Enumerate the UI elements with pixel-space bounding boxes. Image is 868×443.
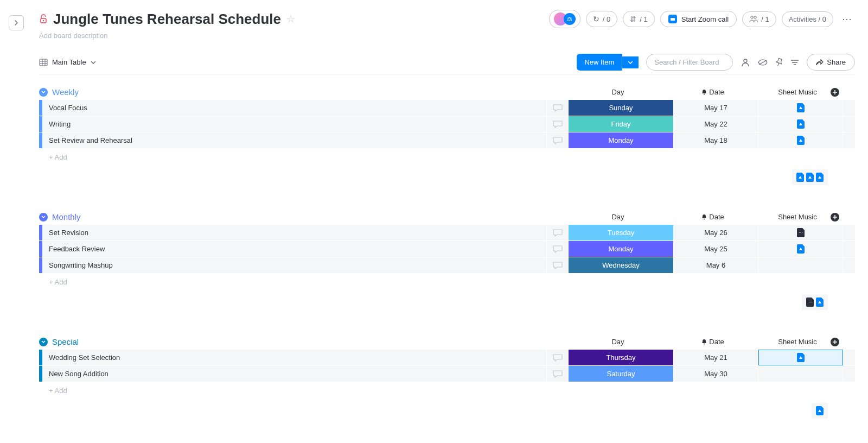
group-footer [39, 403, 855, 419]
file-blue-icon [797, 244, 805, 254]
day-cell[interactable]: Saturday [569, 366, 674, 382]
column-header-date[interactable]: Date [671, 88, 755, 96]
date-cell[interactable]: May 21 [674, 350, 758, 365]
sheet-music-cell[interactable] [758, 350, 843, 365]
sheet-music-cell[interactable]: ⋯ [758, 225, 843, 241]
chat-icon[interactable] [547, 366, 569, 382]
item-name-cell[interactable]: Songwriting Mashup [42, 257, 547, 273]
item-name-cell[interactable]: Set Revision [42, 225, 547, 241]
footer-file-summary[interactable] [792, 169, 828, 185]
column-header-sheet[interactable]: Sheet Music [755, 213, 840, 221]
add-row[interactable]: + Add [39, 149, 855, 165]
chat-icon[interactable] [547, 116, 569, 132]
column-header-sheet[interactable]: Sheet Music [755, 338, 840, 346]
chat-icon[interactable] [547, 225, 569, 241]
people-icon [749, 15, 758, 23]
day-cell[interactable]: Monday [569, 132, 674, 148]
expand-sidebar-button[interactable] [9, 15, 24, 30]
chat-icon[interactable] [547, 257, 569, 273]
members-pill[interactable]: / 1 [742, 11, 776, 27]
column-header-day[interactable]: Day [565, 338, 671, 346]
item-name-cell[interactable]: Writing [42, 116, 547, 132]
item-name-cell[interactable]: Feedback Review [42, 241, 547, 257]
integrations-pill[interactable]: ⇵ / 1 [623, 11, 654, 27]
add-column-icon[interactable] [830, 337, 840, 347]
chevron-down-icon [91, 61, 96, 64]
row-spacer [843, 225, 855, 241]
filter-icon[interactable] [790, 59, 799, 66]
search-input[interactable]: Search / Filter Board [646, 54, 733, 71]
column-header-sheet[interactable]: Sheet Music [755, 88, 840, 96]
group-title[interactable]: Weekly [52, 87, 79, 97]
new-item-button[interactable]: New Item [577, 54, 622, 71]
sheet-music-cell[interactable] [758, 257, 843, 273]
item-name-cell[interactable]: Set Review and Rehearsal [42, 132, 547, 148]
footer-file-summary[interactable] [812, 403, 828, 419]
integrations-count: / 1 [640, 15, 647, 23]
file-blue-icon [797, 136, 805, 145]
new-item-dropdown[interactable] [622, 56, 639, 68]
collapse-icon[interactable] [39, 338, 48, 346]
sheet-music-cell[interactable] [758, 241, 843, 257]
view-selector[interactable]: Main Table [39, 58, 96, 66]
chat-icon[interactable] [547, 132, 569, 148]
group-title[interactable]: Monthly [52, 212, 81, 221]
pin-icon[interactable] [775, 58, 783, 67]
date-cell[interactable]: May 17 [674, 100, 758, 116]
column-header-date[interactable]: Date [671, 338, 755, 346]
more-menu-icon[interactable]: ⋯ [839, 11, 855, 27]
item-name-cell[interactable]: Vocal Focus [42, 100, 547, 116]
hide-icon[interactable] [758, 59, 768, 66]
owner-avatar-group[interactable]: ⚖ [549, 10, 580, 28]
chat-icon[interactable] [547, 241, 569, 257]
day-cell[interactable]: Tuesday [569, 225, 674, 241]
add-column-icon[interactable] [830, 87, 840, 97]
table-row: Songwriting MashupWednesdayMay 6 [39, 257, 855, 274]
board-title[interactable]: Jungle Tunes Rehearsal Schedule [53, 11, 281, 28]
date-cell[interactable]: May 18 [674, 132, 758, 148]
day-cell[interactable]: Sunday [569, 100, 674, 116]
sheet-music-cell[interactable] [758, 132, 843, 148]
footer-file-summary[interactable]: ⋯ [802, 294, 828, 310]
day-cell[interactable]: Wednesday [569, 257, 674, 273]
file-blue-icon [816, 406, 824, 415]
item-name-cell[interactable]: New Song Addition [42, 366, 547, 382]
date-cell[interactable]: May 26 [674, 225, 758, 241]
collapse-icon[interactable] [39, 213, 48, 221]
column-header-date[interactable]: Date [671, 213, 755, 221]
column-header-day[interactable]: Day [565, 213, 671, 221]
automations-count: / 0 [603, 15, 610, 23]
day-cell[interactable]: Thursday [569, 350, 674, 365]
table-icon [39, 59, 48, 66]
date-cell[interactable]: May 6 [674, 257, 758, 273]
column-header-day[interactable]: Day [565, 88, 671, 96]
automations-pill[interactable]: ↻ / 0 [586, 11, 617, 27]
board-description[interactable]: Add board description [39, 31, 855, 40]
add-row[interactable]: + Add [39, 382, 855, 398]
collapse-icon[interactable] [39, 88, 48, 97]
add-column-icon[interactable] [830, 212, 840, 222]
item-name-cell[interactable]: Wedding Set Selection [42, 350, 547, 365]
zoom-call-button[interactable]: Start Zoom call [660, 11, 737, 27]
lock-icon [39, 14, 48, 24]
sheet-music-cell[interactable] [758, 116, 843, 132]
svg-point-22 [704, 344, 705, 345]
file-blue-icon [797, 103, 805, 112]
date-cell[interactable]: May 22 [674, 116, 758, 132]
day-cell[interactable]: Friday [569, 116, 674, 132]
day-cell[interactable]: Monday [569, 241, 674, 257]
sheet-music-cell[interactable] [758, 100, 843, 116]
share-button[interactable]: Share [807, 54, 855, 71]
group-title[interactable]: Special [52, 337, 79, 346]
activities-button[interactable]: Activities / 0 [782, 11, 833, 27]
add-row[interactable]: + Add [39, 274, 855, 290]
svg-point-14 [704, 94, 705, 95]
chat-icon[interactable] [547, 100, 569, 116]
chat-icon[interactable] [547, 350, 569, 365]
sheet-music-cell[interactable] [758, 366, 843, 382]
person-filter-icon[interactable] [741, 58, 750, 67]
table-row: New Song AdditionSaturdayMay 30 [39, 366, 855, 382]
date-cell[interactable]: May 25 [674, 241, 758, 257]
date-cell[interactable]: May 30 [674, 366, 758, 382]
star-icon[interactable]: ☆ [286, 13, 295, 25]
